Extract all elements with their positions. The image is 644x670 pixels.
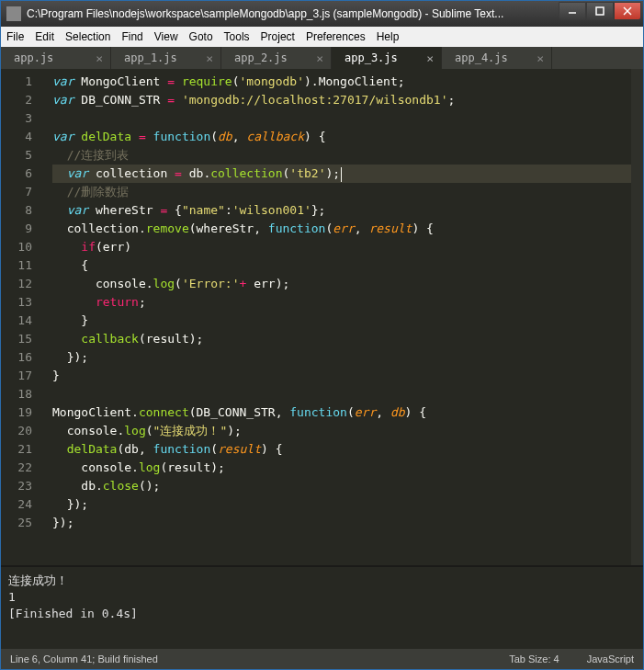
tab-close-icon[interactable]: × bbox=[96, 51, 103, 65]
code-line[interactable]: var collection = db.collection('tb2'); bbox=[52, 165, 631, 183]
app-icon bbox=[6, 6, 21, 21]
tab-label: app_2.js bbox=[234, 51, 288, 64]
tab-app_3-js[interactable]: app_3.js× bbox=[332, 47, 442, 69]
close-button[interactable] bbox=[614, 2, 641, 20]
code-line[interactable]: }); bbox=[52, 348, 631, 367]
menu-tools[interactable]: Tools bbox=[224, 30, 250, 43]
tab-label: app.js bbox=[14, 51, 53, 64]
tab-close-icon[interactable]: × bbox=[426, 51, 434, 65]
menu-help[interactable]: Help bbox=[377, 30, 400, 43]
statusbar: Line 6, Column 41; Build finished Tab Si… bbox=[1, 649, 643, 669]
maximize-button[interactable] bbox=[586, 2, 614, 20]
code-line[interactable]: }); bbox=[52, 514, 631, 532]
code-line[interactable]: db.close(); bbox=[52, 477, 631, 495]
code-line[interactable]: { bbox=[52, 256, 631, 275]
tab-app_2-js[interactable]: app_2.js× bbox=[221, 47, 332, 69]
status-language[interactable]: JavaScript bbox=[587, 653, 634, 664]
code-line[interactable]: var MongoClient = require('mongodb').Mon… bbox=[52, 73, 631, 91]
code-line[interactable]: } bbox=[52, 367, 631, 385]
code-line[interactable]: } bbox=[52, 312, 631, 330]
code-line[interactable]: var delData = function(db, callback) { bbox=[52, 128, 631, 146]
tab-app-js[interactable]: app.js× bbox=[1, 47, 111, 69]
tab-label: app_4.js bbox=[455, 51, 508, 64]
window-title: C:\Program Files\nodejs\workspace\sample… bbox=[27, 7, 559, 20]
code-line[interactable]: callback(result); bbox=[52, 330, 631, 348]
svg-rect-1 bbox=[596, 7, 604, 15]
tab-close-icon[interactable]: × bbox=[537, 51, 544, 65]
menu-file[interactable]: File bbox=[6, 30, 24, 43]
code-line[interactable]: collection.remove(whereStr, function(err… bbox=[52, 220, 631, 238]
tab-app_4-js[interactable]: app_4.js× bbox=[442, 47, 552, 69]
build-output-panel: 连接成功！ 1 [Finished in 0.4s] bbox=[1, 566, 643, 649]
tab-bar: app.js×app_1.js×app_2.js×app_3.js×app_4.… bbox=[1, 47, 643, 69]
tab-label: app_3.js bbox=[345, 51, 398, 64]
vertical-scrollbar[interactable] bbox=[631, 69, 643, 565]
code-line[interactable]: var whereStr = {"name":'wilson001'}; bbox=[52, 201, 631, 220]
menu-project[interactable]: Project bbox=[261, 30, 295, 43]
menu-edit[interactable]: Edit bbox=[35, 30, 54, 43]
code-line[interactable]: return; bbox=[52, 293, 631, 312]
code-line[interactable]: delData(db, function(result) { bbox=[52, 440, 631, 459]
tab-label: app_1.js bbox=[124, 51, 177, 64]
code-line[interactable]: MongoClient.connect(DB_CONN_STR, functio… bbox=[52, 403, 631, 422]
code-line[interactable] bbox=[52, 385, 631, 403]
code-line[interactable]: if(err) bbox=[52, 238, 631, 256]
window-titlebar: C:\Program Files\nodejs\workspace\sample… bbox=[1, 1, 643, 27]
minimize-button[interactable] bbox=[559, 2, 586, 20]
status-left: Line 6, Column 41; Build finished bbox=[10, 653, 158, 664]
tab-close-icon[interactable]: × bbox=[206, 51, 213, 65]
tab-app_1-js[interactable]: app_1.js× bbox=[111, 47, 221, 69]
tab-close-icon[interactable]: × bbox=[316, 51, 323, 65]
code-line[interactable]: var DB_CONN_STR = 'mongodb://localhost:2… bbox=[52, 91, 631, 109]
menubar: FileEditSelectionFindViewGotoToolsProjec… bbox=[1, 27, 643, 47]
code-line[interactable]: //删除数据 bbox=[52, 183, 631, 201]
menu-find[interactable]: Find bbox=[121, 30, 142, 43]
menu-goto[interactable]: Goto bbox=[189, 30, 213, 43]
menu-selection[interactable]: Selection bbox=[65, 30, 110, 43]
window-controls bbox=[559, 2, 641, 20]
status-tab-size[interactable]: Tab Size: 4 bbox=[509, 653, 559, 664]
code-line[interactable]: }); bbox=[52, 495, 631, 514]
code-editor[interactable]: var MongoClient = require('mongodb').Mon… bbox=[43, 69, 631, 565]
code-line[interactable]: //连接到表 bbox=[52, 146, 631, 165]
code-line[interactable]: console.log("连接成功！"); bbox=[52, 422, 631, 440]
code-line[interactable] bbox=[52, 109, 631, 128]
menu-preferences[interactable]: Preferences bbox=[306, 30, 366, 43]
menu-view[interactable]: View bbox=[154, 30, 178, 43]
line-number-gutter: 1234567891011121314151617181920212223242… bbox=[1, 69, 43, 565]
code-line[interactable]: console.log(result); bbox=[52, 459, 631, 477]
editor-area: 1234567891011121314151617181920212223242… bbox=[1, 69, 643, 566]
code-line[interactable]: console.log('Error:'+ err); bbox=[52, 275, 631, 293]
